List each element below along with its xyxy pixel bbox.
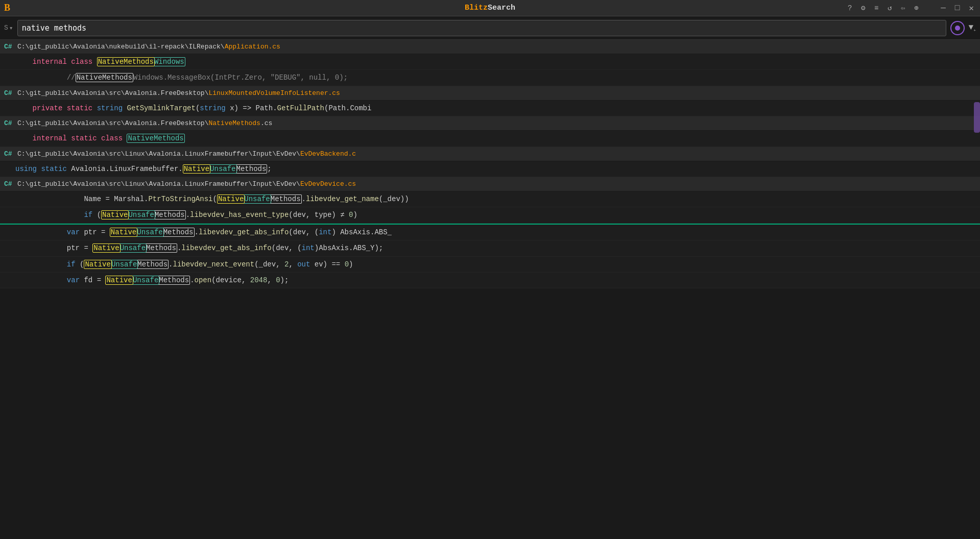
search-type-caret: ▾: [9, 24, 13, 32]
maximize-button[interactable]: □: [953, 4, 962, 13]
close-button[interactable]: ✕: [967, 3, 976, 13]
file-header: C# C:\git_public\Avalonia\src\Linux\Aval…: [0, 177, 980, 191]
code-line: using static Avalonia.LinuxFramebuffer.N…: [0, 161, 980, 177]
file-header: C# C:\git_public\Avalonia\nukebuild\il-r…: [0, 40, 980, 54]
title-bar: B BlitzSearch ? ⚙ ≡ ↺ ⇦ ⊕ — □ ✕: [0, 0, 980, 16]
refresh-icon[interactable]: ↺: [886, 4, 894, 12]
app-logo: B: [4, 3, 10, 13]
code-line: internal class NativeMethodsWindows: [0, 54, 980, 70]
title-bar-left: B: [4, 3, 10, 13]
code-line: //NativeMethodsWindows.MessageBox(IntPtr…: [0, 70, 980, 86]
code-line: if (NativeUnsafeMethods.libevdev_next_ev…: [0, 257, 980, 273]
blitz-search-icon[interactable]: [950, 21, 965, 35]
file-name: EvDevDevice.cs: [300, 180, 356, 188]
code-line: var ptr = NativeUnsafeMethods.libevdev_g…: [0, 224, 980, 240]
file-path: C:\git_public\Avalonia\src\Linux\Avaloni…: [17, 150, 356, 158]
minimize-button[interactable]: —: [939, 4, 948, 13]
lang-badge: C#: [4, 119, 14, 127]
file-name: LinuxMountedVolumeInfoListener.cs: [208, 89, 340, 97]
back-icon[interactable]: ⇦: [899, 4, 907, 12]
file-path: C:\git_public\Avalonia\src\Avalonia.Free…: [17, 89, 340, 97]
search-input[interactable]: [22, 23, 942, 33]
lang-badge: C#: [4, 150, 14, 158]
title-bar-center: BlitzSearch: [465, 4, 515, 12]
file-header: C# C:\git_public\Avalonia\src\Avalonia.F…: [0, 116, 980, 131]
settings-icon[interactable]: ⚙: [859, 4, 867, 12]
file-header: C# C:\git_public\Avalonia\src\Avalonia.F…: [0, 86, 980, 101]
search-input-wrapper[interactable]: [17, 20, 946, 36]
code-line: if (NativeUnsafeMethods.libevdev_has_eve…: [0, 207, 980, 223]
file-header: C# C:\git_public\Avalonia\src\Linux\Aval…: [0, 147, 980, 161]
code-line: internal static class NativeMethods: [0, 131, 980, 146]
code-line: ptr = NativeUnsafeMethods.libevdev_get_a…: [0, 240, 980, 256]
code-line: Name = Marshal.PtrToStringAnsi(NativeUns…: [0, 191, 980, 207]
results-container[interactable]: C# C:\git_public\Avalonia\nukebuild\il-r…: [0, 40, 980, 539]
help-icon[interactable]: ?: [846, 4, 854, 12]
blitz-circle-inner: [955, 26, 960, 31]
file-name: Application.cs: [225, 43, 280, 51]
filter-icon[interactable]: ▼+: [969, 23, 976, 33]
search-type-label: S: [4, 24, 8, 32]
lang-badge: C#: [4, 43, 14, 51]
file-path: C:\git_public\Avalonia\src\Avalonia.Free…: [17, 119, 272, 127]
code-line: private static string GetSymlinkTarget(s…: [0, 101, 980, 116]
search-bar: S ▾ ▼+: [0, 16, 980, 40]
code-line: var fd = NativeUnsafeMethods.open(device…: [0, 273, 980, 288]
title-search: Search: [488, 4, 515, 12]
file-path: C:\git_public\Avalonia\nukebuild\il-repa…: [17, 43, 280, 51]
title-bar-right: ? ⚙ ≡ ↺ ⇦ ⊕ — □ ✕: [846, 3, 976, 13]
title-blitz: Blitz: [465, 4, 488, 12]
scroll-indicator: [974, 102, 980, 133]
lang-badge: C#: [4, 180, 14, 188]
search-right-icons: ▼+: [950, 21, 976, 35]
file-name: NativeMethods: [208, 119, 260, 127]
lang-badge: C#: [4, 89, 14, 97]
file-name: EvDevBackend.c: [300, 150, 356, 158]
file-path: C:\git_public\Avalonia\src\Linux\Avaloni…: [17, 180, 356, 188]
menu-icon[interactable]: ≡: [872, 4, 880, 12]
search-type-selector[interactable]: S ▾: [4, 24, 13, 32]
add-icon[interactable]: ⊕: [912, 4, 920, 12]
